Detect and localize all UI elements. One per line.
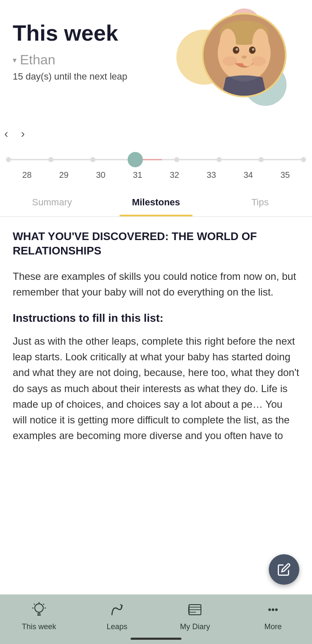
lightbulb-icon xyxy=(30,601,48,620)
svg-point-11 xyxy=(251,56,266,66)
nav-item-more[interactable]: More xyxy=(234,601,312,631)
svg-point-28 xyxy=(275,608,278,611)
chevron-down-icon: ▾ xyxy=(13,55,17,65)
week-label-34: 34 xyxy=(230,170,267,180)
svg-line-19 xyxy=(43,604,44,605)
content-area: WHAT YOU'VE DISCOVERED: THE WORLD OF REL… xyxy=(0,217,312,506)
week-dot-28[interactable] xyxy=(6,157,11,162)
week-label-30: 30 xyxy=(82,170,119,180)
week-timeline: 28 29 30 31 32 33 34 35 xyxy=(0,149,312,188)
week-navigation: ‹ › xyxy=(0,127,312,141)
timeline-track xyxy=(8,153,304,166)
week-label-28: 28 xyxy=(8,170,45,180)
week-label-29: 29 xyxy=(45,170,82,180)
edit-fab-button[interactable] xyxy=(269,554,299,585)
svg-line-18 xyxy=(34,604,35,605)
diary-icon xyxy=(186,601,204,620)
content-instructions: Just as with the other leaps, complete t… xyxy=(13,333,299,443)
svg-point-12 xyxy=(242,58,252,66)
nav-item-leaps[interactable]: Leaps xyxy=(78,601,156,631)
week-dot-30[interactable] xyxy=(90,157,95,162)
nav-label-diary: My Diary xyxy=(180,622,210,631)
week-label-31: 31 xyxy=(119,170,156,180)
week-label-33: 33 xyxy=(193,170,230,180)
baby-name: Ethan xyxy=(20,52,56,68)
content-title: WHAT YOU'VE DISCOVERED: THE WORLD OF REL… xyxy=(13,229,299,258)
week-dot-35[interactable] xyxy=(301,157,306,162)
svg-point-26 xyxy=(268,608,271,611)
tab-milestones[interactable]: Milestones xyxy=(104,188,208,216)
avatar[interactable] xyxy=(202,13,287,97)
week-dot-33[interactable] xyxy=(217,157,222,162)
content-subtitle: Instructions to fill in this list: xyxy=(13,312,299,325)
week-dot-31-active[interactable] xyxy=(128,152,143,167)
home-indicator xyxy=(131,638,181,640)
nav-item-diary[interactable]: My Diary xyxy=(156,601,234,631)
tab-summary[interactable]: Summary xyxy=(0,188,104,216)
svg-point-8 xyxy=(252,48,254,51)
timeline-line-left xyxy=(8,159,132,160)
week-dot-29[interactable] xyxy=(48,157,53,162)
svg-point-9 xyxy=(242,55,247,59)
week-label-35: 35 xyxy=(267,170,304,180)
prev-week-button[interactable]: ‹ xyxy=(4,127,8,141)
more-dots-icon xyxy=(264,601,282,620)
week-dot-32[interactable] xyxy=(174,157,179,162)
svg-point-27 xyxy=(272,608,274,611)
timeline-labels: 28 29 30 31 32 33 34 35 xyxy=(8,170,304,180)
svg-point-4 xyxy=(252,29,268,57)
header-section: This week ▾ Ethan 15 day(s) until the ne… xyxy=(0,0,312,119)
week-label-32: 32 xyxy=(156,170,193,180)
nav-label-leaps: Leaps xyxy=(106,622,127,631)
tab-tips[interactable]: Tips xyxy=(208,188,312,216)
content-intro: These are examples of skills you could n… xyxy=(13,268,299,300)
next-week-button[interactable]: › xyxy=(21,127,25,141)
nav-label-this-week: This week xyxy=(22,622,56,631)
leaps-icon xyxy=(108,601,126,620)
nav-item-this-week[interactable]: This week xyxy=(0,601,78,631)
week-dot-34[interactable] xyxy=(259,157,264,162)
timeline-line-right xyxy=(162,159,304,160)
edit-icon xyxy=(277,563,291,576)
nav-label-more: More xyxy=(264,622,281,631)
svg-point-13 xyxy=(35,604,43,612)
bottom-navigation: This week Leaps My Diary xyxy=(0,594,312,644)
svg-point-7 xyxy=(236,48,238,51)
content-tabs: Summary Milestones Tips xyxy=(0,188,312,217)
svg-point-10 xyxy=(223,56,237,66)
svg-point-3 xyxy=(220,29,236,57)
